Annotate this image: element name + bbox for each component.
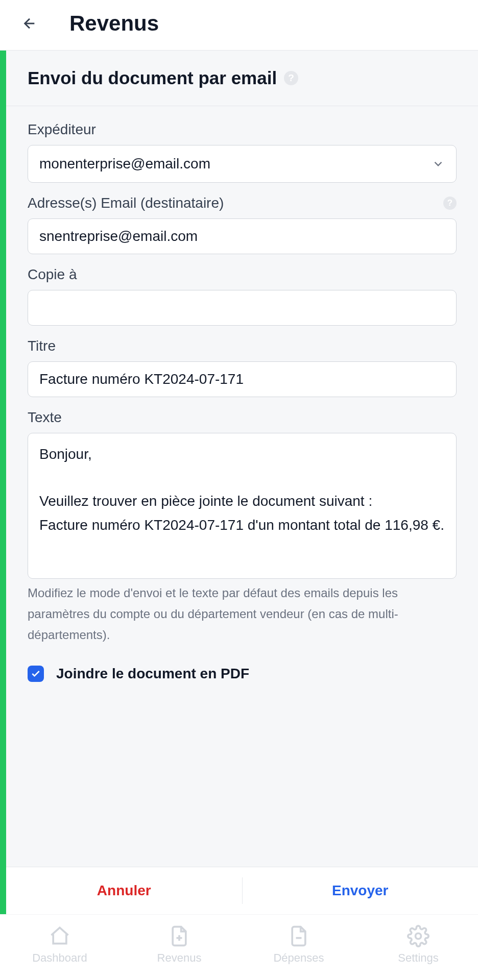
nav-revenus[interactable]: Revenus bbox=[119, 925, 239, 965]
cancel-button[interactable]: Annuler bbox=[6, 867, 242, 914]
body-label: Texte bbox=[28, 409, 62, 426]
gear-icon bbox=[407, 925, 429, 947]
sender-select[interactable]: monenterprise@email.com bbox=[28, 145, 457, 183]
panel-title: Envoi du document par email bbox=[28, 68, 277, 88]
help-icon[interactable]: ? bbox=[443, 197, 457, 210]
chevron-down-icon bbox=[432, 157, 445, 170]
subject-label: Titre bbox=[28, 338, 56, 354]
nav-depenses-label: Dépenses bbox=[273, 951, 324, 965]
home-icon bbox=[49, 925, 71, 947]
nav-revenus-label: Revenus bbox=[157, 951, 202, 965]
help-icon[interactable]: ? bbox=[284, 71, 298, 85]
check-icon bbox=[31, 669, 41, 679]
sender-value: monenterprise@email.com bbox=[39, 156, 210, 172]
recipients-input[interactable] bbox=[28, 218, 457, 254]
nav-dashboard[interactable]: Dashboard bbox=[0, 925, 119, 965]
attach-pdf-label: Joindre le document en PDF bbox=[56, 666, 249, 682]
arrow-left-icon bbox=[21, 15, 38, 32]
nav-depenses[interactable]: Dépenses bbox=[239, 925, 358, 965]
svg-point-0 bbox=[416, 934, 421, 939]
subject-input[interactable] bbox=[28, 361, 457, 397]
nav-dashboard-label: Dashboard bbox=[32, 951, 87, 965]
helper-text: Modifiez le mode d'envoi et le texte par… bbox=[28, 583, 457, 645]
cc-input[interactable] bbox=[28, 290, 457, 326]
file-plus-icon bbox=[168, 925, 190, 947]
body-textarea[interactable] bbox=[28, 433, 457, 579]
recipients-label: Adresse(s) Email (destinataire) bbox=[28, 195, 224, 211]
sender-label: Expéditeur bbox=[28, 121, 96, 138]
page-title: Revenus bbox=[69, 11, 159, 36]
cc-label: Copie à bbox=[28, 266, 77, 283]
attach-pdf-checkbox[interactable] bbox=[28, 666, 44, 682]
send-button[interactable]: Envoyer bbox=[243, 867, 479, 914]
nav-settings[interactable]: Settings bbox=[358, 925, 478, 965]
nav-settings-label: Settings bbox=[398, 951, 439, 965]
back-button[interactable] bbox=[18, 12, 41, 35]
file-minus-icon bbox=[288, 925, 310, 947]
